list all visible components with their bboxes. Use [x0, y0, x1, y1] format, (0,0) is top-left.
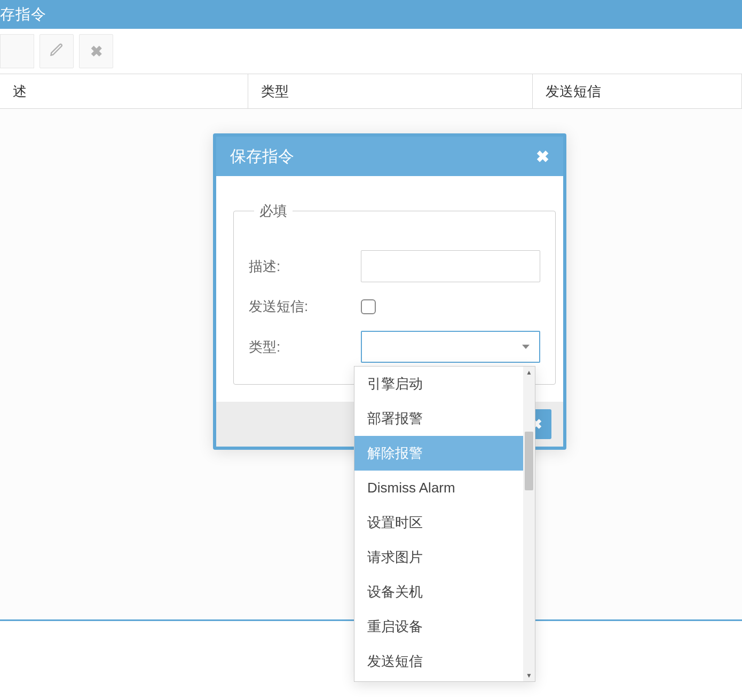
dropdown-scrollbar[interactable]: ▲▼ [523, 367, 535, 681]
column-header-label: 发送短信 [546, 82, 601, 101]
row-description: 描述: [249, 250, 540, 282]
table-header-row: 述 类型 发送短信 [0, 74, 742, 109]
send-sms-checkbox[interactable] [361, 299, 376, 314]
fieldset-legend: 必填 [254, 202, 293, 220]
dropdown-option[interactable]: 发送USSD [354, 679, 523, 681]
dropdown-option[interactable]: 引擎启动 [354, 367, 523, 401]
page-title: 存指令 [0, 4, 46, 25]
scroll-thumb[interactable] [525, 432, 533, 490]
toolbar-leading-cell [0, 34, 34, 68]
dropdown-option[interactable]: 发送短信 [354, 644, 523, 679]
column-header-send-sms[interactable]: 发送短信 [533, 74, 742, 108]
dropdown-option[interactable]: 解除报警 [354, 436, 523, 471]
label-type: 类型: [249, 338, 361, 356]
required-fieldset: 必填 描述: 发送短信: 类型: [233, 202, 556, 385]
chevron-down-icon [522, 345, 530, 349]
type-select[interactable] [361, 331, 540, 363]
label-send-sms: 发送短信: [249, 297, 361, 316]
label-description: 描述: [249, 257, 361, 276]
dialog-close-button[interactable]: ✖ [536, 147, 549, 166]
delete-button[interactable]: ✖ [79, 34, 113, 68]
column-header-label: 述 [13, 82, 27, 101]
page-header: 存指令 [0, 0, 742, 29]
dropdown-option[interactable]: Dismiss Alarm [354, 471, 523, 505]
dropdown-option[interactable]: 部署报警 [354, 401, 523, 436]
column-header-description[interactable]: 述 [0, 74, 248, 108]
dialog-title: 保存指令 [230, 146, 294, 168]
dropdown-option[interactable]: 设置时区 [354, 505, 523, 540]
column-header-type[interactable]: 类型 [248, 74, 533, 108]
toolbar: ✖ [0, 29, 742, 74]
pencil-icon [49, 42, 64, 61]
row-type: 类型: [249, 331, 540, 363]
column-header-label: 类型 [261, 82, 289, 101]
dialog-header: 保存指令 ✖ [216, 137, 563, 176]
scroll-down-icon[interactable]: ▼ [526, 670, 532, 681]
scroll-up-icon[interactable]: ▲ [526, 367, 532, 378]
dropdown-option[interactable]: 设备关机 [354, 575, 523, 609]
dropdown-option[interactable]: 请求图片 [354, 540, 523, 575]
dropdown-option[interactable]: 重启设备 [354, 609, 523, 644]
type-dropdown-list: 引擎启动部署报警解除报警Dismiss Alarm设置时区请求图片设备关机重启设… [354, 366, 535, 682]
scroll-track[interactable] [523, 378, 535, 670]
row-send-sms: 发送短信: [249, 297, 540, 316]
description-input[interactable] [361, 250, 540, 282]
close-icon: ✖ [536, 148, 549, 165]
close-icon: ✖ [90, 43, 102, 60]
edit-button[interactable] [40, 34, 74, 68]
